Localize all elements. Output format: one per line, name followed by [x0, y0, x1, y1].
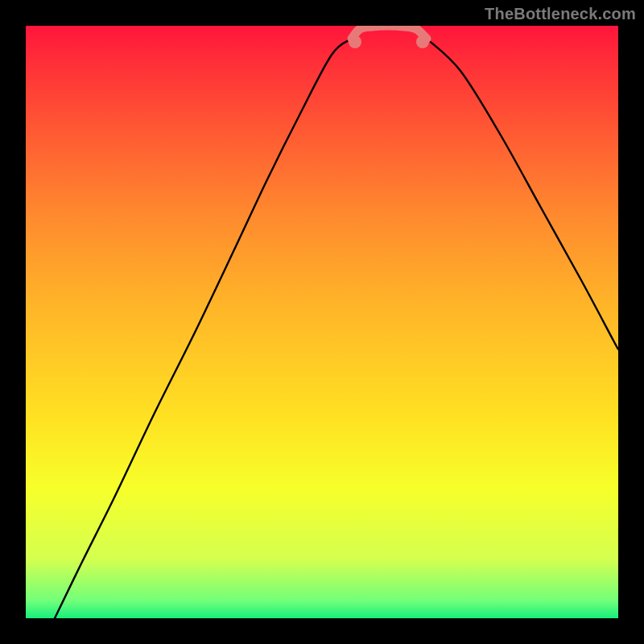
- chart-frame: TheBottleneck.com: [0, 0, 644, 644]
- right-curve: [427, 39, 618, 349]
- left-curve: [55, 39, 352, 618]
- watermark-text: TheBottleneck.com: [485, 5, 636, 23]
- plot-area: [26, 26, 618, 618]
- marker-dot-1: [416, 35, 429, 48]
- marker-dot-0: [349, 35, 361, 48]
- chart-svg: [26, 26, 618, 618]
- bottom-segment: [352, 26, 427, 39]
